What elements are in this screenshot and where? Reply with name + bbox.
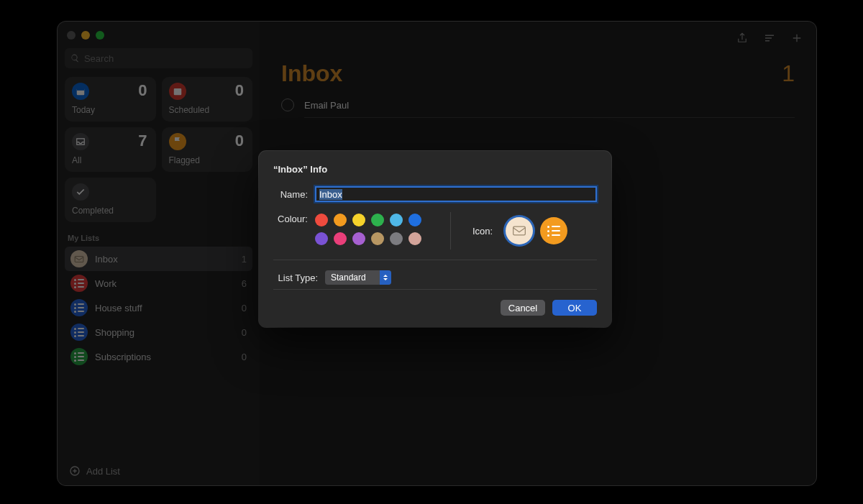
flagged-card[interactable]: 0 Flagged: [162, 127, 253, 172]
colour-swatch[interactable]: [408, 232, 421, 245]
envelope-icon: [70, 250, 88, 267]
all-label: All: [72, 155, 149, 165]
sidebar-list-item[interactable]: Work6: [65, 271, 252, 295]
maximize-window-button[interactable]: [96, 31, 104, 40]
cancel-button[interactable]: Cancel: [501, 300, 545, 316]
scheduled-card[interactable]: 0 Scheduled: [162, 77, 253, 122]
today-card[interactable]: 0 Today: [65, 77, 156, 122]
ok-button[interactable]: OK: [552, 300, 597, 316]
colour-label: Colour:: [273, 212, 315, 224]
dialog-title: “Inbox” Info: [273, 164, 597, 175]
bullets-icon: [547, 226, 560, 237]
scheduled-count: 0: [235, 81, 244, 100]
toolbar: [260, 22, 816, 55]
sidebar-list-item[interactable]: House stuff0: [65, 295, 252, 320]
name-input[interactable]: [315, 186, 597, 202]
completed-card[interactable]: Completed: [65, 178, 156, 222]
chevron-updown-icon: [380, 270, 391, 285]
divider: [273, 260, 597, 260]
checkmark-icon: [72, 183, 89, 201]
minimize-window-button[interactable]: [81, 31, 90, 40]
reminder-row[interactable]: Email Paul: [260, 94, 816, 116]
list-header: Inbox 1: [260, 55, 816, 94]
search-input[interactable]: [84, 53, 247, 64]
sidebar-list-item[interactable]: Shopping0: [65, 320, 252, 344]
list-info-dialog: “Inbox” Info Name: Colour: Icon: List Ty…: [259, 151, 611, 327]
search-field[interactable]: [65, 48, 252, 68]
bullets-icon: [70, 348, 88, 365]
list-type-label: List Type:: [273, 272, 325, 283]
flag-icon: [169, 133, 186, 150]
calendar-icon: [169, 83, 186, 100]
flagged-count: 0: [235, 132, 244, 150]
colour-swatch[interactable]: [334, 232, 347, 245]
all-card[interactable]: 7 All: [65, 127, 156, 172]
tray-icon: [72, 133, 89, 150]
name-label: Name:: [273, 189, 315, 200]
envelope-icon: [512, 225, 526, 237]
list-name: Inbox: [95, 254, 234, 265]
colour-swatch[interactable]: [352, 232, 365, 245]
today-label: Today: [72, 105, 149, 115]
add-list-button[interactable]: Add List: [65, 458, 252, 485]
list-type-value: Standard: [331, 272, 366, 283]
colour-swatch[interactable]: [390, 214, 403, 226]
colour-swatch[interactable]: [371, 232, 384, 245]
list-count: 0: [242, 352, 247, 362]
divider: [273, 289, 597, 290]
svg-rect-2: [173, 88, 181, 95]
icon-section: Icon:: [450, 212, 575, 249]
svg-rect-3: [75, 256, 83, 262]
all-count: 7: [138, 132, 147, 150]
complete-toggle[interactable]: [281, 98, 294, 111]
add-list-label: Add List: [86, 466, 120, 477]
completed-label: Completed: [72, 206, 149, 216]
list-title: Inbox: [281, 60, 342, 87]
colour-swatch[interactable]: [334, 214, 347, 226]
svg-rect-5: [513, 226, 526, 235]
plus-icon[interactable]: [790, 32, 803, 45]
bullets-icon: [70, 275, 88, 292]
list-count: 0: [242, 303, 247, 313]
list-count: 6: [242, 278, 247, 289]
lines-icon[interactable]: [763, 32, 776, 45]
today-count: 0: [138, 81, 147, 100]
scheduled-label: Scheduled: [169, 105, 246, 115]
row-divider: [304, 117, 795, 118]
lists-container: Inbox1Work6House stuff0Shopping0Subscrip…: [65, 247, 252, 369]
my-lists-header: My Lists: [68, 234, 250, 242]
window-controls: [65, 29, 252, 48]
sidebar-list-item[interactable]: Subscriptions0: [65, 344, 252, 369]
colour-swatch[interactable]: [352, 214, 365, 226]
list-count: 1: [242, 254, 247, 265]
icon-label: Icon:: [472, 226, 493, 237]
list-count: 0: [242, 327, 247, 338]
dialog-footer: Cancel OK: [273, 300, 597, 316]
calendar-today-icon: [72, 83, 89, 100]
flagged-label: Flagged: [169, 155, 246, 165]
share-icon[interactable]: [736, 32, 749, 45]
colour-swatches: [315, 212, 421, 245]
bullets-icon: [70, 299, 88, 316]
envelope-icon-option[interactable]: [506, 217, 533, 244]
list-type-select[interactable]: Standard: [325, 270, 391, 285]
colour-swatch[interactable]: [315, 232, 328, 245]
list-name: Shopping: [95, 327, 234, 338]
list-name: Work: [95, 278, 234, 289]
bullets-icon: [70, 324, 88, 341]
search-icon: [70, 53, 80, 63]
colour-swatch[interactable]: [371, 214, 384, 226]
sidebar: 0 Today 0 Scheduled 7 All: [58, 22, 260, 485]
reminder-title[interactable]: Email Paul: [304, 100, 795, 111]
list-total-count: 1: [782, 60, 795, 87]
close-window-button[interactable]: [67, 31, 76, 40]
sidebar-list-item[interactable]: Inbox1: [65, 247, 252, 271]
smart-lists: 0 Today 0 Scheduled 7 All: [65, 77, 252, 222]
colour-swatch[interactable]: [408, 214, 421, 226]
bullets-icon-option[interactable]: [540, 217, 567, 244]
colour-swatch[interactable]: [390, 232, 403, 245]
svg-rect-1: [77, 88, 85, 91]
list-name: House stuff: [95, 303, 234, 313]
colour-swatch[interactable]: [315, 214, 328, 226]
list-name: Subscriptions: [95, 352, 234, 362]
